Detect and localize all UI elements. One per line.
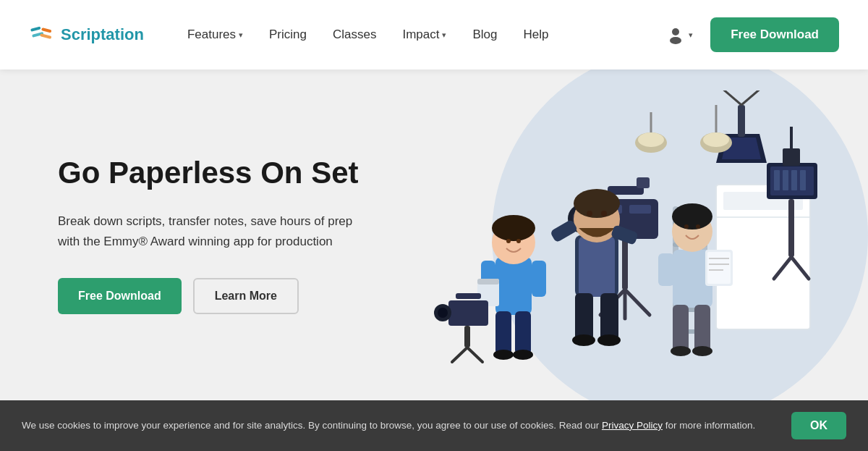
svg-line-32 [741, 90, 767, 105]
svg-rect-80 [673, 305, 689, 352]
svg-rect-41 [622, 239, 628, 290]
svg-rect-3 [40, 33, 51, 39]
hero-cta-primary[interactable]: Free Download [58, 278, 182, 314]
svg-point-55 [513, 350, 533, 360]
svg-rect-49 [532, 261, 546, 297]
chevron-down-icon: ▾ [442, 30, 446, 40]
svg-rect-90 [464, 326, 470, 347]
svg-point-95 [638, 132, 664, 147]
svg-point-61 [574, 189, 620, 218]
cookie-text: We use cookies to improve your experienc… [22, 418, 777, 433]
svg-rect-19 [774, 170, 780, 190]
svg-rect-81 [694, 305, 710, 352]
svg-rect-26 [783, 148, 800, 166]
svg-rect-76 [707, 252, 731, 284]
svg-rect-21 [791, 170, 797, 190]
svg-rect-40 [629, 205, 651, 214]
nav-features[interactable]: Features ▾ [187, 28, 243, 42]
svg-point-85 [696, 224, 700, 229]
svg-point-4 [672, 28, 679, 35]
svg-rect-73 [658, 253, 674, 286]
svg-point-72 [672, 203, 712, 229]
svg-rect-86 [448, 300, 488, 326]
svg-rect-2 [41, 28, 52, 33]
cookie-ok-button[interactable]: OK [791, 412, 846, 439]
logo[interactable]: Scriptation [29, 22, 144, 48]
free-download-button[interactable]: Free Download [710, 17, 839, 52]
svg-rect-30 [738, 105, 745, 137]
svg-point-83 [692, 346, 712, 356]
svg-point-66 [572, 334, 595, 346]
svg-point-57 [516, 239, 521, 243]
svg-rect-20 [783, 170, 788, 190]
svg-point-5 [670, 37, 681, 44]
nav-links: Features ▾ Pricing Classes Impact ▾ Blog… [187, 28, 666, 42]
svg-point-84 [684, 224, 689, 229]
nav-help[interactable]: Help [524, 28, 549, 42]
brand-name: Scriptation [61, 25, 144, 44]
chevron-down-icon: ▾ [689, 30, 693, 40]
svg-point-98 [703, 132, 729, 147]
nav-pricing[interactable]: Pricing [269, 28, 307, 42]
chevron-down-icon: ▾ [239, 30, 243, 40]
privacy-policy-link[interactable]: Privacy Policy [602, 420, 663, 431]
svg-point-88 [438, 308, 448, 318]
navbar: Scriptation Features ▾ Pricing Classes I… [0, 0, 868, 69]
hero-title: Go Paperless On Set [58, 156, 391, 190]
hero-buttons: Free Download Learn More [58, 278, 391, 314]
svg-rect-38 [637, 177, 650, 188]
svg-point-68 [587, 211, 592, 216]
nav-blog[interactable]: Blog [472, 28, 497, 42]
hero-cta-secondary[interactable]: Learn More [193, 278, 299, 314]
svg-rect-53 [515, 311, 531, 355]
film-set-illustration [391, 90, 839, 380]
account-icon [666, 25, 685, 44]
svg-rect-45 [495, 257, 532, 315]
svg-rect-23 [788, 199, 794, 257]
nav-impact[interactable]: Impact ▾ [402, 28, 446, 42]
svg-rect-0 [30, 26, 41, 31]
svg-line-43 [625, 290, 650, 315]
svg-rect-51 [477, 279, 499, 284]
account-menu[interactable]: ▾ [666, 25, 693, 44]
svg-rect-65 [600, 293, 618, 340]
hero-text: Go Paperless On Set Break down scripts, … [58, 156, 391, 313]
svg-point-67 [597, 334, 621, 346]
hero-section: Go Paperless On Set Break down scripts, … [0, 69, 868, 400]
svg-line-92 [467, 347, 482, 362]
svg-rect-22 [800, 170, 806, 190]
svg-point-54 [493, 350, 514, 360]
hero-subtitle: Break down scripts, transfer notes, save… [58, 211, 391, 252]
svg-rect-59 [579, 237, 615, 297]
logo-icon [29, 22, 55, 48]
svg-point-47 [492, 215, 535, 241]
svg-point-69 [601, 211, 607, 216]
svg-line-91 [452, 347, 467, 362]
svg-rect-89 [456, 293, 481, 299]
svg-point-82 [671, 346, 691, 356]
cookie-banner: We use cookies to improve your experienc… [0, 400, 868, 451]
hero-illustration [391, 69, 839, 400]
svg-rect-64 [575, 293, 593, 340]
svg-rect-52 [495, 311, 511, 355]
svg-point-56 [506, 239, 511, 243]
svg-line-31 [716, 90, 741, 105]
nav-classes[interactable]: Classes [333, 28, 376, 42]
